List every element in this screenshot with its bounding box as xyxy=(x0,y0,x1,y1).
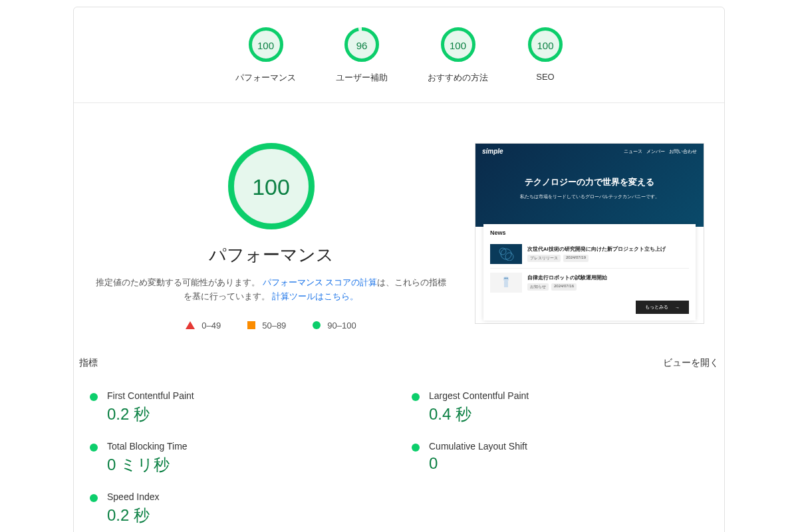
pass-icon xyxy=(313,321,321,329)
category-gauge-SEO[interactable]: 100 SEO xyxy=(528,27,563,84)
svg-point-16 xyxy=(507,278,508,279)
svg-rect-14 xyxy=(504,281,508,287)
gauge-label: おすすめの方法 xyxy=(428,72,488,84)
category-gauge-パフォーマンス[interactable]: 100 パフォーマンス xyxy=(235,27,296,84)
page-screenshot-thumbnail: simple ニュースメンバーお問い合わせ テクノロジーの力で世界を変える 私た… xyxy=(475,143,704,324)
svg-rect-13 xyxy=(503,277,509,281)
metric-value: 0.2 秒 xyxy=(107,404,194,425)
gauge-label: SEO xyxy=(536,72,554,82)
pass-icon xyxy=(90,393,98,401)
gauge-label: ユーザー補助 xyxy=(336,72,388,84)
performance-description: 推定値のため変動する可能性があります。 パフォーマンス スコアの計算は、これらの… xyxy=(94,276,448,305)
metric-name: First Contentful Paint xyxy=(107,390,194,401)
fail-icon xyxy=(186,321,195,329)
svg-point-11 xyxy=(499,248,506,255)
report-card: 100 パフォーマンス 96 ユーザー補助 100 おすすめの方法 100 SE… xyxy=(73,7,725,532)
category-gauges: 100 パフォーマンス 96 ユーザー補助 100 おすすめの方法 100 SE… xyxy=(74,27,724,103)
metric-name: Cumulative Layout Shift xyxy=(429,441,527,452)
metric-name: Speed Index xyxy=(107,491,160,502)
performance-gauge-large: 100 xyxy=(228,143,315,231)
performance-title: パフォーマンス xyxy=(209,243,334,267)
metrics-title: 指標 xyxy=(79,357,98,369)
metric-name: Total Blocking Time xyxy=(107,441,188,452)
pass-icon xyxy=(412,444,420,452)
metric-value: 0 ミリ秒 xyxy=(107,454,188,475)
pass-icon xyxy=(90,494,98,502)
metric-item: Speed Index 0.2 秒 xyxy=(87,483,389,533)
metrics-grid: First Contentful Paint 0.2 秒 Largest Con… xyxy=(74,376,724,533)
score-legend: 0–49 50–89 90–100 xyxy=(186,321,356,331)
score-calc-link[interactable]: パフォーマンス スコアの計算 xyxy=(263,278,377,287)
calculator-link[interactable]: 計算ツールはこちら。 xyxy=(272,292,358,301)
expand-view-link[interactable]: ビューを開く xyxy=(663,357,719,369)
pass-icon xyxy=(412,393,420,401)
metric-item: First Contentful Paint 0.2 秒 xyxy=(87,382,389,433)
metric-value: 0 xyxy=(429,454,527,473)
metric-value: 0.2 秒 xyxy=(107,505,160,526)
svg-point-15 xyxy=(505,278,506,279)
gauge-label: パフォーマンス xyxy=(235,72,296,84)
pass-icon xyxy=(90,444,98,452)
metric-item: Largest Contentful Paint 0.4 秒 xyxy=(409,382,711,433)
metric-item: Cumulative Layout Shift 0 xyxy=(409,433,711,483)
category-gauge-ユーザー補助[interactable]: 96 ユーザー補助 xyxy=(336,27,388,84)
metrics-header: 指標 ビューを開く xyxy=(74,350,724,376)
performance-section: 100 パフォーマンス 推定値のため変動する可能性があります。 パフォーマンス … xyxy=(74,103,724,350)
svg-point-12 xyxy=(505,253,513,261)
metric-value: 0.4 秒 xyxy=(429,404,529,425)
metric-name: Largest Contentful Paint xyxy=(429,390,529,401)
metric-item: Total Blocking Time 0 ミリ秒 xyxy=(87,433,389,483)
average-icon xyxy=(247,321,255,329)
category-gauge-おすすめの方法[interactable]: 100 おすすめの方法 xyxy=(428,27,488,84)
